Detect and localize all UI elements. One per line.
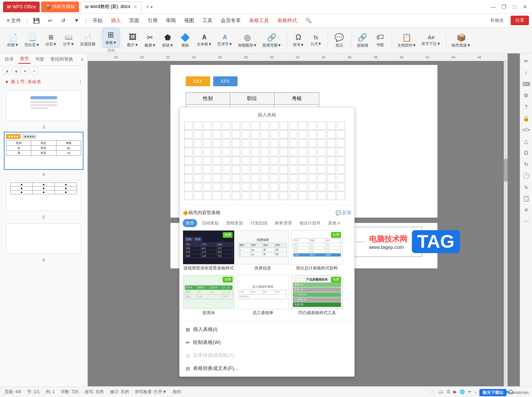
grid-cell[interactable]	[213, 139, 221, 147]
grid-cell[interactable]	[203, 183, 212, 191]
grid-cell[interactable]	[232, 139, 240, 147]
docparts-button[interactable]: 📋 文档部件▼	[395, 31, 419, 50]
grid-cell[interactable]	[327, 139, 336, 147]
nav-add-button[interactable]: +	[21, 67, 29, 75]
tab-close-icon[interactable]: ✕	[133, 4, 137, 10]
grid-cell[interactable]	[213, 148, 221, 156]
grid-cell[interactable]	[280, 130, 288, 139]
grid-cell[interactable]	[194, 130, 202, 139]
grid-cell[interactable]	[337, 148, 345, 156]
grid-cell[interactable]	[260, 174, 269, 182]
tab-toc[interactable]: 目录	[3, 55, 15, 63]
grid-cell[interactable]	[337, 174, 345, 182]
right-btn-return[interactable]: ↳	[522, 182, 531, 192]
grid-cell[interactable]	[337, 165, 345, 174]
grid-cell[interactable]	[299, 183, 307, 191]
menu-insert[interactable]: 插入	[107, 16, 125, 26]
grid-cell[interactable]	[280, 174, 288, 182]
grid-cell[interactable]	[222, 130, 231, 139]
grid-cell[interactable]	[337, 192, 345, 200]
tab-wps[interactable]: W WPS Office	[3, 2, 40, 12]
grid-cell[interactable]	[203, 174, 212, 182]
shape-button[interactable]: ⬟ 形状▼	[159, 31, 176, 50]
grid-cell[interactable]	[318, 192, 326, 200]
grid-cell[interactable]	[299, 192, 307, 200]
tab-template[interactable]: 📦 找框壳模板	[41, 2, 79, 12]
grid-cell[interactable]	[260, 130, 269, 139]
arttext-button[interactable]: A 艺术字▼	[215, 31, 235, 50]
draw-table-item[interactable]: ✏ 绘制表格(W)	[180, 336, 354, 349]
grid-cell[interactable]	[184, 174, 193, 182]
grid-cell[interactable]	[222, 183, 231, 191]
scrollbar-v[interactable]	[504, 61, 508, 386]
grid-cell[interactable]	[280, 121, 288, 130]
grid-cell[interactable]	[260, 165, 269, 174]
right-btn-resize[interactable]: ↕	[522, 68, 531, 77]
grid-cell[interactable]	[299, 157, 307, 165]
maximize-button[interactable]: □	[511, 3, 518, 11]
template-tab-plan[interactable]: 计划总结	[248, 219, 270, 227]
grid-cell[interactable]	[308, 165, 317, 174]
resources-button[interactable]: 📦 稿壳资源▼	[449, 31, 473, 50]
grid-cell[interactable]	[299, 130, 307, 139]
grid-cell[interactable]	[260, 139, 269, 147]
grid-cell[interactable]	[318, 139, 326, 147]
grid-cell[interactable]	[203, 130, 212, 139]
grid-cell[interactable]	[232, 192, 240, 200]
template-card-game[interactable]: 游戏 财务 797775596 289841237 545175604 8841…	[183, 230, 235, 272]
grid-cell[interactable]	[270, 165, 278, 174]
grid-cell[interactable]	[251, 157, 259, 165]
right-btn-code[interactable]: </>	[522, 125, 531, 134]
symbol-button[interactable]: Ω 符号▼	[290, 31, 307, 50]
close-button[interactable]: ✕	[521, 3, 529, 11]
grid-cell[interactable]	[241, 165, 250, 174]
grid-cell[interactable]	[327, 157, 336, 165]
menu-table-style[interactable]: 表格样式	[273, 16, 301, 26]
grid-cell[interactable]	[232, 174, 240, 182]
template-tab-other[interactable]: 其他 ≡	[325, 219, 343, 227]
grid-cell[interactable]	[308, 192, 317, 200]
grid-cell[interactable]	[241, 174, 250, 182]
grid-cell[interactable]	[213, 183, 221, 191]
grid-cell[interactable]	[194, 148, 202, 156]
right-btn-more[interactable]: ⋯	[522, 217, 531, 226]
scroll-thumb[interactable]	[504, 159, 508, 182]
grid-cell[interactable]	[213, 174, 221, 182]
grid-cell[interactable]	[308, 139, 317, 147]
grid-cell[interactable]	[232, 121, 240, 130]
right-btn-help[interactable]: ?	[522, 102, 531, 111]
grid-cell[interactable]	[203, 157, 212, 165]
template-tab-finance[interactable]: 财务管理	[272, 219, 295, 227]
right-btn-clock[interactable]: 🕐	[522, 171, 531, 180]
grid-cell[interactable]	[184, 192, 193, 200]
status-spellcheck[interactable]: 拼写检查: 打开▼	[135, 389, 167, 395]
grid-cell[interactable]	[232, 130, 240, 139]
grid-cell[interactable]	[318, 148, 326, 156]
template-card-tool[interactable]: 产品质量报告表 壁挂 42 扳手 22 十字批 55 一字批 78 头盔 90 …	[291, 275, 343, 316]
grid-cell[interactable]	[308, 121, 317, 130]
grid-cell[interactable]	[327, 148, 336, 156]
grid-cell[interactable]	[327, 130, 336, 139]
menu-review[interactable]: 审阅	[162, 16, 180, 26]
template-card-house[interactable]: 供房信息 楼层面积朝向房型 180南2室 290东3室 供房信息	[237, 230, 289, 272]
grid-cell[interactable]	[299, 165, 307, 174]
right-btn-clipboard[interactable]: 📋	[522, 194, 531, 203]
grid-cell[interactable]	[308, 148, 317, 156]
thumbnail-5[interactable]: ■■■ ■■■ ■■■ 5	[0, 181, 87, 220]
grid-cell[interactable]	[289, 121, 297, 130]
view-read-icon[interactable]: 📖	[438, 389, 444, 394]
panel-close-button[interactable]: ✕	[80, 57, 84, 62]
right-btn-settings[interactable]: ⚙	[522, 91, 531, 100]
grid-cell[interactable]	[251, 183, 259, 191]
grid-cell[interactable]	[260, 183, 269, 191]
grid-cell[interactable]	[270, 157, 278, 165]
grid-cell[interactable]	[213, 192, 221, 200]
grid-cell[interactable]	[280, 139, 288, 147]
grid-cell[interactable]	[232, 165, 240, 174]
grid-cell[interactable]	[194, 174, 202, 182]
bookmark-button[interactable]: 🏷 书签	[372, 31, 389, 50]
screenshot-button[interactable]: ✂ 截屏▼	[142, 31, 159, 50]
tab-bookmark[interactable]: 书签	[34, 55, 46, 63]
dropcap-button[interactable]: A≡ 首字下沉▼	[419, 31, 443, 50]
grid-cell[interactable]	[289, 148, 297, 156]
